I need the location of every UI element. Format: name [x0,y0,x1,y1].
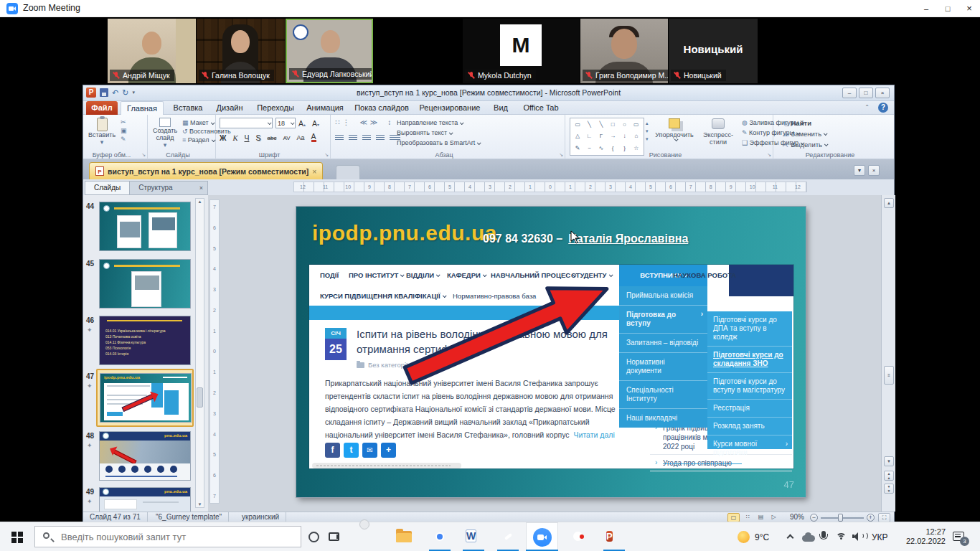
scroll-up-button[interactable]: ▲ [884,198,894,208]
menu-item-normatyvni[interactable]: Нормативні документи [619,353,707,381]
taskbar-search-input[interactable] [34,526,301,547]
editor-vertical-scrollbar[interactable]: ▲ ≡ ▼ ▲▲ ▼▼ [881,195,895,512]
shapes-gallery[interactable]: ▭╲╲□○▭△∟Γ→↓⌂✎~∿{}☆ [570,118,644,156]
pp-restore-button[interactable]: □ [859,88,873,98]
copy-icon[interactable]: ▣ [121,127,127,134]
new-slide-button[interactable]: Создать слайд ▾ [149,118,181,149]
file-explorer-icon[interactable] [396,531,412,542]
read-more-link[interactable]: Читати далі [574,430,615,439]
tab-home[interactable]: Главная [121,101,164,115]
scroll-up-icon[interactable]: ▲ [196,199,204,204]
start-button[interactable] [11,532,17,537]
align-center-button[interactable] [349,135,357,141]
slide-thumbnail-44[interactable] [99,202,191,251]
video-tile-eduard-active-speaker[interactable]: Едуард Лапковський [286,19,373,83]
submenu-item-kursy-movnoi[interactable]: Курси мовної підготовки› [707,435,792,461]
video-tile-halyna[interactable]: Галина Волощук [197,19,285,83]
paste-button[interactable]: Вставить ▾ [88,118,116,146]
numbering-button[interactable]: ⋮ [342,118,349,126]
zoom-slider-thumb[interactable] [838,514,843,522]
video-tile-mykola[interactable]: M Mykola Dutchyn [463,19,580,83]
clock[interactable]: 12:27 22.02.2022 [898,527,946,546]
chrome-icon[interactable] [431,528,448,545]
microphone-tray-icon[interactable] [821,531,826,538]
scroll-down-icon[interactable]: ▼ [196,502,204,507]
wifi-icon[interactable] [835,532,848,541]
shrink-font-button[interactable]: A▾ [312,119,319,128]
font-color-button[interactable]: A [311,133,316,142]
tab-outline-pane[interactable]: Структура [130,182,181,194]
grow-font-button[interactable]: A▴ [298,119,306,128]
slide-thumbnail-47-selected[interactable]: ipodp.pnu.edu.ua [100,373,192,423]
tab-animations[interactable]: Анимация [303,101,347,115]
replace-button[interactable]: ab Заменить [783,130,827,138]
video-tile-hryha[interactable]: Грига Володимир М... [580,19,668,83]
smartart-button[interactable]: Преобразовать в SmartArt [397,139,480,146]
onedrive-icon[interactable] [802,535,815,542]
cut-icon[interactable]: ✂ [121,118,127,126]
line-spacing-button[interactable]: ↕ [387,118,391,126]
video-tile-novytskyi[interactable]: Новицький Новицький [669,19,758,83]
drawing-dialog-launcher[interactable]: ↘ [767,152,771,158]
submenu-item-mahistratura[interactable]: Підготовчі курси до вступу в магістратур… [707,373,792,400]
slide-thumbnail-49[interactable]: pnu.edu.ua [99,487,191,512]
submenu-item-reiestratsiia[interactable]: Реєстрація [707,400,792,418]
zoom-minimize-button[interactable]: – [915,0,937,17]
tab-transitions[interactable]: Переходы [253,101,298,115]
previous-slide-button[interactable]: ▲▲ [884,471,894,481]
twitter-icon[interactable]: t [344,443,359,458]
viber-icon[interactable] [500,529,517,546]
zoom-app-tile-active[interactable] [526,522,558,551]
zoom-maximize-button[interactable]: □ [937,0,958,17]
zoom-in-button[interactable]: + [867,514,875,522]
clipboard-dialog-launcher[interactable]: ↘ [141,152,146,158]
tray-overflow-icon[interactable] [787,534,794,542]
slide-canvas[interactable]: ipodp.pnu.edu.ua 097 84 32630 –Наталія Я… [296,207,806,497]
tab-review[interactable]: Рецензирование [416,101,484,115]
increase-indent-button[interactable]: ≫ [370,118,377,126]
justify-button[interactable] [376,135,385,141]
tab-insert[interactable]: Вставка [168,101,208,115]
slide-thumbnail-45[interactable] [99,259,191,309]
align-text-button[interactable]: Выровнять текст [397,129,480,136]
tab-office-tab[interactable]: Office Tab [518,101,564,115]
align-left-button[interactable] [335,135,344,141]
share-plus-icon[interactable]: + [381,443,396,458]
powerpoint-taskbar-icon[interactable]: P [606,529,623,546]
ribbon-collapse-icon[interactable]: ⌃ [864,104,870,110]
shapes-gallery-scroll[interactable]: ▴ ▾ ▾ [646,121,649,142]
task-view-icon[interactable] [329,532,339,541]
paragraph-dialog-launcher[interactable]: ↘ [559,152,563,158]
nav-naukova-robota[interactable]: НАУКОВА РОБОТА [673,265,736,286]
arrange-button[interactable]: Упорядочить [654,118,694,141]
menu-item-spetsialnosti[interactable]: Спеціальності Інституту [619,381,707,409]
scrollbar-thumb[interactable] [197,387,203,408]
document-tab[interactable]: P виступ_вступ на 1 курс_нова [Режим сов… [89,162,323,179]
find-button[interactable]: ◎ Найти [783,119,827,127]
edge-icon[interactable] [361,528,378,545]
cortana-icon[interactable] [308,532,319,542]
weather-sun-icon[interactable] [738,531,750,543]
underline-button[interactable]: Ч [244,133,249,142]
next-slide-button[interactable]: ▼▼ [884,484,894,494]
font-dialog-launcher[interactable]: ↘ [324,152,329,158]
document-tab-close-icon[interactable]: × [312,167,316,176]
pane-close-icon[interactable]: × [195,182,207,194]
tab-list-dropdown-button[interactable]: ▾ [854,165,865,176]
submenu-item-zno[interactable]: Підготовчі курси до складання ЗНО [707,347,792,373]
submenu-item-dpa-koledzh[interactable]: Підготовчі курси до ДПА та вступу в коле… [707,311,792,347]
tab-file[interactable]: Файл [86,101,118,115]
tab-slideshow[interactable]: Показ слайдов [352,101,412,115]
bold-button[interactable]: Ж [220,133,227,142]
decrease-indent-button[interactable]: ≪ [359,118,367,126]
select-button[interactable]: ↖ Выделить [783,141,827,149]
pp-minimize-button[interactable]: – [842,88,857,98]
abbyy-icon[interactable] [571,529,588,546]
tab-close-button[interactable]: × [868,165,880,176]
character-spacing-button[interactable]: AV [283,135,290,141]
zoom-close-button[interactable]: × [958,0,980,17]
bullets-button[interactable]: ∷ [335,118,339,126]
empty-document-tab[interactable] [336,165,360,179]
change-case-button[interactable]: Aa [296,134,304,141]
zoom-out-button[interactable]: − [810,514,818,522]
